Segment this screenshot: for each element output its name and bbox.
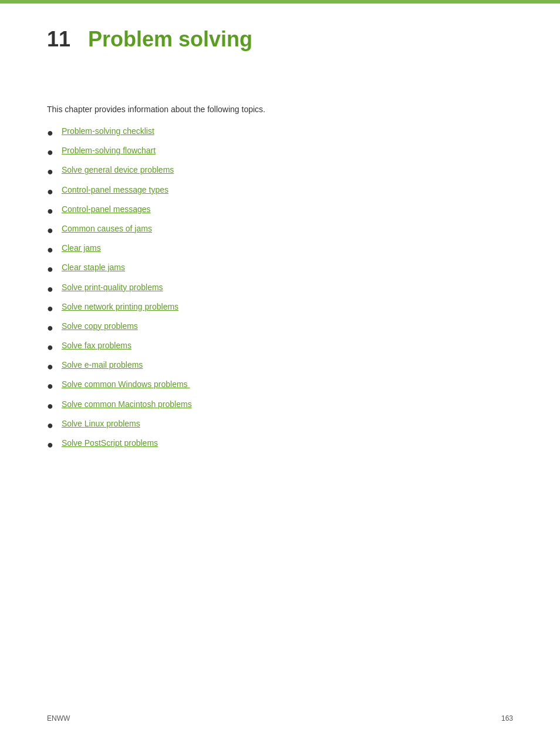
intro-text: This chapter provides information about … bbox=[47, 105, 513, 114]
list-item: ●Solve common Macintosh problems bbox=[47, 399, 513, 414]
list-item: ●Common causes of jams bbox=[47, 223, 513, 238]
toc-link-7[interactable]: Clear jams bbox=[62, 243, 101, 254]
footer-left-label: ENWW bbox=[47, 714, 70, 723]
list-item: ●Solve Linux problems bbox=[47, 418, 513, 433]
bullet-icon: ● bbox=[47, 262, 53, 277]
footer: ENWW 163 bbox=[47, 714, 513, 723]
page-wrapper: 11 Problem solving This chapter provides… bbox=[0, 0, 560, 746]
toc-link-16[interactable]: Solve Linux problems bbox=[62, 418, 140, 430]
list-item: ●Problem-solving checklist bbox=[47, 126, 513, 140]
bullet-icon: ● bbox=[47, 243, 53, 257]
list-item: ●Control-panel message types bbox=[47, 184, 513, 199]
toc-link-6[interactable]: Common causes of jams bbox=[62, 223, 152, 235]
bullet-icon: ● bbox=[47, 164, 53, 179]
toc-link-12[interactable]: Solve fax problems bbox=[62, 340, 131, 352]
bullet-icon: ● bbox=[47, 301, 53, 316]
page-container: 11 Problem solving This chapter provides… bbox=[0, 4, 560, 492]
list-item: ●Solve print-quality problems bbox=[47, 282, 513, 297]
toc-link-8[interactable]: Clear staple jams bbox=[62, 262, 125, 274]
toc-link-10[interactable]: Solve network printing problems bbox=[62, 301, 178, 313]
bullet-icon: ● bbox=[47, 184, 53, 199]
bullet-icon: ● bbox=[47, 438, 53, 452]
toc-link-11[interactable]: Solve copy problems bbox=[62, 321, 138, 332]
toc-link-17[interactable]: Solve PostScript problems bbox=[62, 438, 158, 449]
bullet-icon: ● bbox=[47, 340, 53, 355]
toc-link-15[interactable]: Solve common Macintosh problems bbox=[62, 399, 192, 411]
toc-link-4[interactable]: Control-panel message types bbox=[62, 184, 168, 196]
list-item: ●Solve copy problems bbox=[47, 321, 513, 335]
list-item: ●Control-panel messages bbox=[47, 204, 513, 219]
toc-link-2[interactable]: Problem-solving flowchart bbox=[62, 145, 156, 157]
bullet-icon: ● bbox=[47, 379, 53, 394]
bullet-icon: ● bbox=[47, 359, 53, 374]
bullet-icon: ● bbox=[47, 145, 53, 160]
bullet-icon: ● bbox=[47, 418, 53, 433]
list-item: ●Solve network printing problems bbox=[47, 301, 513, 316]
chapter-title: Problem solving bbox=[88, 27, 252, 52]
bullet-icon: ● bbox=[47, 126, 53, 140]
list-item: ●Solve general device problems bbox=[47, 164, 513, 179]
bullet-icon: ● bbox=[47, 282, 53, 297]
toc-list: ●Problem-solving checklist●Problem-solvi… bbox=[47, 126, 513, 452]
list-item: ●Problem-solving flowchart bbox=[47, 145, 513, 160]
list-item: ●Solve fax problems bbox=[47, 340, 513, 355]
list-item: ●Solve e-mail problems bbox=[47, 359, 513, 374]
footer-page-number: 163 bbox=[501, 714, 513, 723]
toc-link-1[interactable]: Problem-solving checklist bbox=[62, 126, 154, 137]
bullet-icon: ● bbox=[47, 204, 53, 219]
list-item: ●Solve PostScript problems bbox=[47, 438, 513, 452]
toc-link-3[interactable]: Solve general device problems bbox=[62, 164, 174, 176]
bullet-icon: ● bbox=[47, 399, 53, 414]
bullet-icon: ● bbox=[47, 223, 53, 238]
toc-link-13[interactable]: Solve e-mail problems bbox=[62, 359, 143, 371]
toc-link-5[interactable]: Control-panel messages bbox=[62, 204, 151, 216]
chapter-header: 11 Problem solving bbox=[47, 27, 513, 58]
chapter-number: 11 bbox=[47, 27, 76, 52]
toc-link-14[interactable]: Solve common Windows problems bbox=[62, 379, 190, 391]
list-item: ●Clear jams bbox=[47, 243, 513, 257]
list-item: ●Clear staple jams bbox=[47, 262, 513, 277]
list-item: ●Solve common Windows problems bbox=[47, 379, 513, 394]
bullet-icon: ● bbox=[47, 321, 53, 335]
toc-link-9[interactable]: Solve print-quality problems bbox=[62, 282, 163, 294]
